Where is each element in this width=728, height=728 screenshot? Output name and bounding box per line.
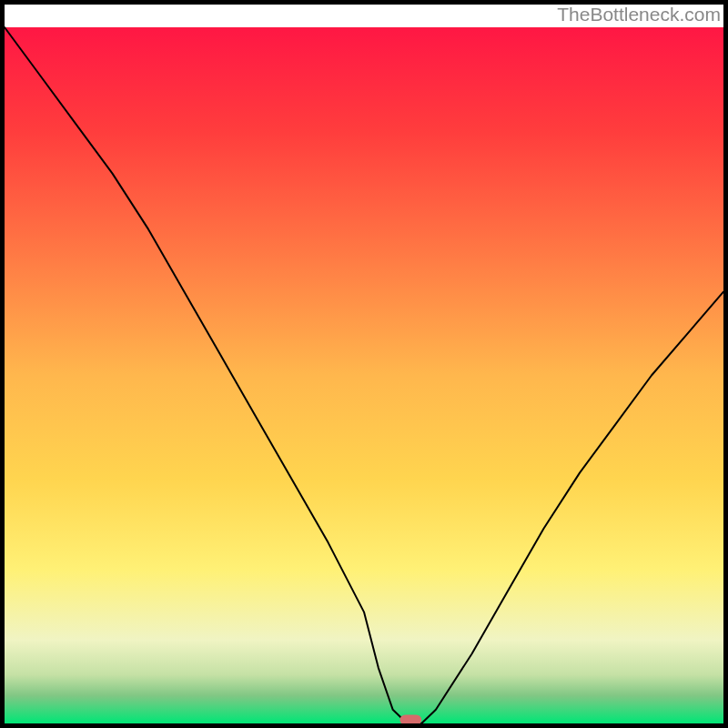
chart-background [5, 27, 723, 723]
watermark-text: TheBottleneck.com [557, 4, 721, 25]
chart-container: TheBottleneck.com [0, 0, 728, 728]
bottleneck-chart [0, 0, 728, 728]
